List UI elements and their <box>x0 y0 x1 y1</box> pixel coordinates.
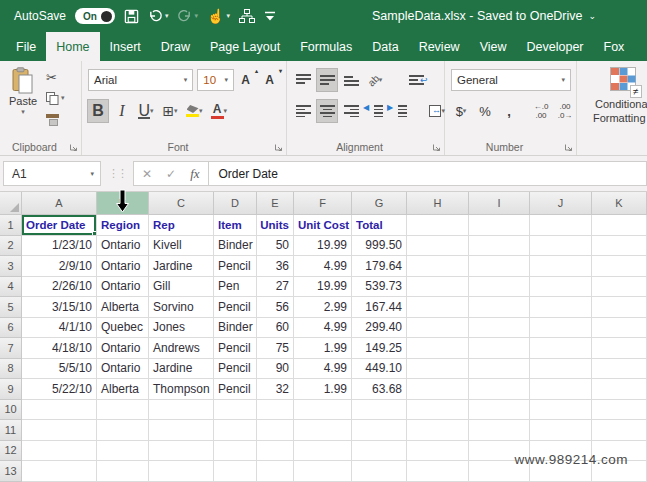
cell-F4[interactable]: 19.99 <box>294 277 352 298</box>
fill-color-button[interactable]: ▾ <box>184 100 205 122</box>
cell-I9[interactable] <box>469 379 530 400</box>
cell-J10[interactable] <box>530 400 592 421</box>
cell-J4[interactable] <box>530 277 592 298</box>
redo-button[interactable]: ▾ <box>177 9 198 23</box>
row-header-4[interactable]: 4 <box>0 277 22 298</box>
cell-F3[interactable]: 4.99 <box>294 256 352 277</box>
cell-B7[interactable]: Ontario <box>97 338 149 359</box>
decrease-decimal-button[interactable]: .00 .0→ <box>555 100 575 122</box>
number-dialog-launcher[interactable] <box>564 143 573 152</box>
increase-indent-button[interactable]: ▶ <box>389 100 409 122</box>
cell-G8[interactable]: 449.10 <box>352 359 407 380</box>
column-header-F[interactable]: F <box>294 192 352 215</box>
tab-draw[interactable]: Draw <box>151 32 200 61</box>
borders-button[interactable]: ⊞▾ <box>160 100 180 122</box>
cell-H7[interactable] <box>407 338 469 359</box>
column-header-J[interactable]: J <box>530 192 592 215</box>
cell-G13[interactable] <box>352 461 407 482</box>
cell-F11[interactable] <box>294 420 352 441</box>
row-header-10[interactable]: 10 <box>0 400 22 421</box>
cell-E13[interactable] <box>257 461 294 482</box>
cell-D1[interactable]: Item <box>214 215 257 236</box>
row-header-13[interactable]: 13 <box>0 461 22 482</box>
cell-B9[interactable]: Alberta <box>97 379 149 400</box>
orientation-button[interactable]: ab▾ <box>365 69 385 91</box>
cell-G7[interactable]: 149.25 <box>352 338 407 359</box>
chevron-down-icon[interactable]: ▾ <box>61 94 65 102</box>
conditional-formatting-button[interactable]: ≠ Conditional Formatting ▾ <box>577 67 647 127</box>
cell-C6[interactable]: Jones <box>149 318 214 339</box>
chevron-down-icon[interactable]: ▾ <box>21 108 25 116</box>
cell-K6[interactable] <box>592 318 647 339</box>
tab-file[interactable]: File <box>6 32 46 61</box>
cell-K5[interactable] <box>592 297 647 318</box>
cell-H12[interactable] <box>407 441 469 462</box>
cell-A12[interactable] <box>22 441 97 462</box>
row-header-11[interactable]: 11 <box>0 420 22 441</box>
cell-E5[interactable]: 56 <box>257 297 294 318</box>
cell-A4[interactable]: 2/26/10 <box>22 277 97 298</box>
enter-button[interactable]: ✓ <box>166 167 176 181</box>
cell-B11[interactable] <box>97 420 149 441</box>
cell-F13[interactable] <box>294 461 352 482</box>
merge-center-button[interactable]: ▾ <box>427 100 447 122</box>
cell-D10[interactable] <box>214 400 257 421</box>
row-header-6[interactable]: 6 <box>0 318 22 339</box>
chevron-down-icon[interactable]: ▾ <box>226 12 230 20</box>
cell-I2[interactable] <box>469 236 530 257</box>
cell-E3[interactable]: 36 <box>257 256 294 277</box>
cell-E7[interactable]: 75 <box>257 338 294 359</box>
selection-fill-handle[interactable] <box>92 231 97 236</box>
column-header-D[interactable]: D <box>214 192 257 215</box>
increase-font-size-button[interactable]: A▴ <box>238 69 258 91</box>
cell-B10[interactable] <box>97 400 149 421</box>
cell-K10[interactable] <box>592 400 647 421</box>
row-header-8[interactable]: 8 <box>0 359 22 380</box>
tab-view[interactable]: View <box>470 32 517 61</box>
tab-fox[interactable]: Fox <box>594 32 635 61</box>
cell-E4[interactable]: 27 <box>257 277 294 298</box>
cell-J6[interactable] <box>530 318 592 339</box>
cell-K4[interactable] <box>592 277 647 298</box>
bold-button[interactable]: B <box>88 100 108 122</box>
column-header-E[interactable]: E <box>257 192 294 215</box>
alignment-dialog-launcher[interactable] <box>432 143 441 152</box>
cell-C7[interactable]: Andrews <box>149 338 214 359</box>
format-painter-button[interactable] <box>46 111 65 127</box>
wrap-text-button[interactable]: ↩ <box>407 69 430 91</box>
cell-G1[interactable]: Total <box>352 215 407 236</box>
column-header-K[interactable]: K <box>592 192 647 215</box>
cell-B13[interactable] <box>97 461 149 482</box>
diagram-button[interactable] <box>239 9 255 24</box>
cell-A11[interactable] <box>22 420 97 441</box>
cell-B5[interactable]: Alberta <box>97 297 149 318</box>
formula-bar-splitter[interactable]: ⋮⋮ <box>101 167 133 180</box>
column-header-C[interactable]: C <box>149 192 214 215</box>
cell-G9[interactable]: 63.68 <box>352 379 407 400</box>
cell-I1[interactable] <box>469 215 530 236</box>
cell-F6[interactable]: 4.99 <box>294 318 352 339</box>
column-header-A[interactable]: A <box>22 192 97 215</box>
cell-G2[interactable]: 999.50 <box>352 236 407 257</box>
font-name-select[interactable]: Arial ▾ <box>88 69 193 91</box>
cell-H4[interactable] <box>407 277 469 298</box>
tab-insert[interactable]: Insert <box>100 32 151 61</box>
row-header-1[interactable]: 1 <box>0 215 22 236</box>
cell-E6[interactable]: 60 <box>257 318 294 339</box>
cell-H11[interactable] <box>407 420 469 441</box>
cell-J5[interactable] <box>530 297 592 318</box>
cell-D13[interactable] <box>214 461 257 482</box>
cell-C9[interactable]: Thompson <box>149 379 214 400</box>
cell-I10[interactable] <box>469 400 530 421</box>
cell-A1[interactable]: Order Date <box>22 215 97 236</box>
middle-align-button[interactable] <box>317 69 337 91</box>
cell-J8[interactable] <box>530 359 592 380</box>
comma-style-button[interactable]: , <box>499 100 519 122</box>
cell-K7[interactable] <box>592 338 647 359</box>
cell-A3[interactable]: 2/9/10 <box>22 256 97 277</box>
cell-G12[interactable] <box>352 441 407 462</box>
cell-A5[interactable]: 3/15/10 <box>22 297 97 318</box>
center-button[interactable] <box>317 100 337 122</box>
insert-function-button[interactable]: fx <box>190 166 199 182</box>
cell-E11[interactable] <box>257 420 294 441</box>
